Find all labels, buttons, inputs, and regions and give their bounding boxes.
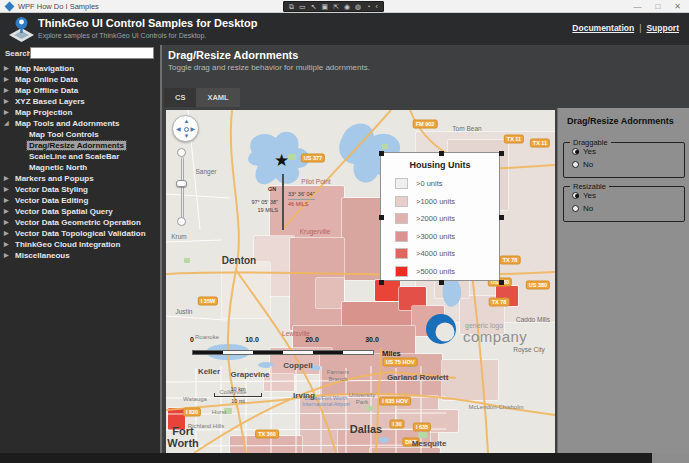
scaleline-adornment[interactable]: 10 km 10 mi — [214, 386, 262, 404]
expander-collapsed-icon[interactable]: ▶ — [4, 206, 12, 217]
go-to-live-visual-tree-icon[interactable]: ⧉ — [289, 2, 294, 11]
close-button[interactable]: ✕ — [674, 0, 681, 13]
sidebar-item-map-offline-data[interactable]: ▶Map Offline Data — [0, 85, 160, 96]
tab-cs[interactable]: CS — [164, 88, 196, 107]
radio-draggable-yes[interactable]: Yes — [572, 146, 684, 156]
maximize-button[interactable]: □ — [655, 0, 660, 13]
tab-xaml[interactable]: XAML — [196, 88, 239, 107]
header-links: Documentation|Support — [572, 23, 679, 33]
options-panel-title: Drag/Resize Adornments — [567, 116, 674, 126]
scalebar-adornment[interactable]: 010.020.030.0 Miles — [166, 336, 426, 362]
select-element-icon[interactable]: ↖ — [311, 2, 317, 11]
sidebar-item-map-tools-and-adornments[interactable]: ◢Map Tools and Adornments — [0, 118, 160, 129]
expander-collapsed-icon[interactable]: ▶ — [4, 173, 12, 184]
sidebar-item-xyz-based-layers[interactable]: ▶XYZ Based Layers — [0, 96, 160, 107]
declination-degrees: 97° 05' 38" — [251, 199, 278, 205]
zoom-out-knob[interactable] — [177, 217, 186, 226]
sidebar-item-vector-data-geometric-operation[interactable]: ▶Vector Data Geometric Operation — [0, 217, 160, 228]
sidebar-item-miscellaneous[interactable]: ▶Miscellaneous — [0, 250, 160, 261]
expander-collapsed-icon[interactable]: ▶ — [4, 250, 12, 261]
sidebar-item-label: Map Online Data — [13, 75, 80, 84]
search-input[interactable] — [30, 47, 154, 59]
sidebar-item-vector-data-spatial-query[interactable]: ▶Vector Data Spatial Query — [0, 206, 160, 217]
track-focused-element-icon[interactable]: ⇱ — [333, 2, 339, 11]
radio-draggable-no[interactable]: No — [572, 159, 684, 169]
resize-handle[interactable] — [499, 151, 504, 156]
sidebar-item-label: Magnetic North — [27, 163, 89, 172]
pan-down-icon[interactable]: ▼ — [184, 133, 190, 139]
expander-collapsed-icon[interactable]: ▶ — [4, 239, 12, 250]
radio-resizable-yes[interactable]: Yes — [572, 190, 684, 200]
sidebar-item-drag-resize-adornments[interactable]: Drag/Resize Adornments — [0, 140, 160, 151]
zoom-thumb[interactable] — [176, 180, 187, 187]
sidebar-item-thinkgeo-cloud-integration[interactable]: ▶ThinkGeo Cloud Integration — [0, 239, 160, 250]
legend-adornment[interactable]: Housing Units >0 units>1000 units>2000 u… — [380, 152, 500, 281]
resize-handle[interactable] — [379, 151, 384, 156]
resize-handle[interactable] — [499, 215, 504, 220]
expander-collapsed-icon[interactable]: ▶ — [4, 107, 12, 118]
expander-collapsed-icon[interactable]: ▶ — [4, 217, 12, 228]
expander-collapsed-icon[interactable]: ▶ — [4, 228, 12, 239]
sidebar-item-scaleline-and-scalebar[interactable]: ScaleLine and ScaleBar — [0, 151, 160, 162]
display-layout-adorners-icon[interactable]: ▣ — [322, 2, 329, 11]
generic-logo-icon — [424, 310, 464, 350]
expander-expanded-icon[interactable]: ◢ — [4, 118, 12, 129]
legend-title: Housing Units — [381, 160, 499, 170]
app-icon — [5, 2, 15, 12]
hot-reload-icon[interactable]: ◉ — [344, 2, 350, 11]
zoom-in-knob[interactable] — [177, 148, 186, 157]
sidebar-item-map-online-data[interactable]: ▶Map Online Data — [0, 74, 160, 85]
resize-handle[interactable] — [379, 215, 384, 220]
support-link[interactable]: Support — [646, 23, 679, 33]
pan-right-icon[interactable]: ▶ — [190, 126, 195, 132]
sidebar-item-label: Vector Data Styling — [13, 185, 90, 194]
expander-collapsed-icon[interactable]: ▶ — [4, 96, 12, 107]
sidebar-item-vector-data-styling[interactable]: ▶Vector Data Styling — [0, 184, 160, 195]
expander-collapsed-icon[interactable]: ▶ — [4, 195, 12, 206]
pan-up-icon[interactable]: ▲ — [184, 118, 190, 124]
sidebar-item-map-projection[interactable]: ▶Map Projection — [0, 107, 160, 118]
resize-handle[interactable] — [439, 151, 444, 156]
sidebar-item-markers-and-popups[interactable]: ▶Markers and Popups — [0, 173, 160, 184]
hot-reload-settings-icon[interactable]: ◍ — [355, 2, 361, 11]
bottom-strip — [0, 453, 689, 463]
road-shield-label: I 635 HOV — [379, 397, 411, 406]
minimize-button[interactable]: — — [633, 0, 641, 13]
scaleline-rule — [214, 393, 262, 397]
zoom-slider[interactable] — [176, 148, 188, 226]
expander-collapsed-icon[interactable]: ▶ — [4, 74, 12, 85]
sidebar-item-map-navigation[interactable]: ▶Map Navigation — [0, 63, 160, 74]
resize-handle[interactable] — [499, 280, 504, 285]
sidebar-splitter[interactable] — [160, 45, 162, 453]
zoom-track[interactable] — [181, 157, 184, 219]
window-title: WPF How Do I Samples — [18, 2, 99, 11]
resize-grip-area — [652, 453, 689, 463]
pan-left-icon[interactable]: ◀ — [176, 126, 181, 132]
map-label: Tom Bean — [452, 125, 481, 132]
sidebar-item-magnetic-north[interactable]: Magnetic North — [0, 162, 160, 173]
options-panel: Drag/Resize Adornments DraggableYesNoRes… — [557, 108, 689, 453]
logo-adornment[interactable]: generic logo company — [424, 310, 534, 354]
collapse-toolbar-icon[interactable]: ‹ — [375, 2, 377, 11]
magnetic-north-adornment[interactable]: ★ GN 97° 05' 38" 19 MILS 33° 36' 04" 46 … — [230, 154, 350, 238]
resize-handle[interactable] — [439, 280, 444, 285]
map-label: Hurst — [212, 409, 226, 415]
expander-collapsed-icon[interactable]: ▶ — [4, 85, 12, 96]
sidebar-item-vector-data-editing[interactable]: ▶Vector Data Editing — [0, 195, 160, 206]
show-in-app-menu-icon[interactable]: ▭ — [299, 2, 306, 11]
app-header: ThinkGeo UI Control Samples for Desktop … — [0, 13, 689, 45]
sidebar-item-label: Map Projection — [13, 108, 74, 117]
pan-control[interactable]: ▲ ▼ ◀ ▶ — [172, 115, 199, 142]
pan-center-icon[interactable] — [184, 127, 189, 132]
sidebar-item-map-tool-controls[interactable]: Map Tool Controls — [0, 129, 160, 140]
reload-status-icon[interactable]: ◔ — [366, 2, 370, 11]
legend-item: >5000 units — [395, 263, 455, 281]
map-canvas[interactable]: SangerUS 377Pilot PointFM 902Tom BeanTX … — [166, 110, 555, 453]
sidebar-item-vector-data-topological-validation[interactable]: ▶Vector Data Topological Validation — [0, 228, 160, 239]
map-label: Sanger — [196, 168, 217, 175]
radio-resizable-no[interactable]: No — [572, 203, 684, 213]
documentation-link[interactable]: Documentation — [572, 23, 634, 33]
resize-handle[interactable] — [379, 280, 384, 285]
expander-collapsed-icon[interactable]: ▶ — [4, 63, 12, 74]
expander-collapsed-icon[interactable]: ▶ — [4, 184, 12, 195]
